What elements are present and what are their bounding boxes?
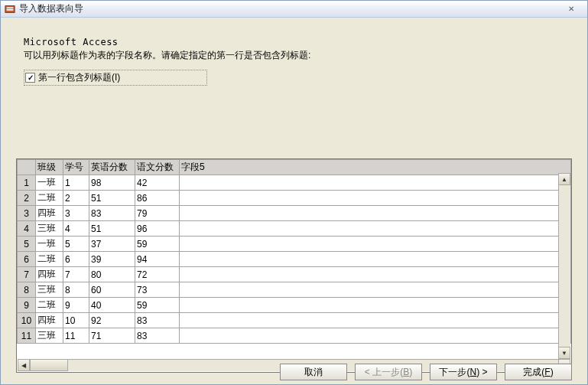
table-row[interactable]: 10四班109283 [18,313,571,328]
cell-sid: 1 [63,175,89,191]
window-title: 导入数据表向导 [19,2,83,15]
row-number: 5 [18,237,36,252]
row-number: 9 [18,298,36,313]
cell-sid: 3 [63,206,89,221]
cell-class: 三班 [36,282,63,298]
cell-eng: 40 [89,298,135,313]
cancel-label: 取消 [304,366,323,379]
table-row[interactable]: 7四班78072 [18,267,571,282]
table-row[interactable]: 11三班117183 [18,328,571,344]
finish-prefix: 完成( [523,366,544,379]
cell-f5 [180,313,571,328]
instruction-text: 可以用列标题作为表的字段名称。请确定指定的第一行是否包含列标题: [24,49,564,62]
cell-eng: 92 [89,313,135,328]
cell-chi: 73 [135,282,180,298]
table-row[interactable]: 9二班94059 [18,298,571,313]
cell-sid: 10 [63,313,89,328]
cell-f5 [180,267,571,282]
cell-f5 [180,298,571,313]
cell-eng: 51 [89,191,135,206]
next-prefix: 下一步( [439,366,469,379]
cell-f5 [180,221,571,237]
row-number: 10 [18,313,36,328]
scroll-thumb[interactable] [30,359,68,371]
finish-key: F [544,367,550,377]
button-bar: 取消 < 上一步(B) 下一步(N) > 完成(F) [280,364,572,380]
row-number: 8 [18,282,36,298]
cell-class: 二班 [36,191,63,206]
cell-sid: 8 [63,282,89,298]
cell-f5 [180,175,571,191]
cell-chi: 83 [135,313,180,328]
table-row[interactable]: 8三班86073 [18,282,571,298]
col-header-chi[interactable]: 语文分数 [135,160,180,175]
vertical-scrollbar[interactable]: ▲ ▼ [558,173,570,359]
cell-class: 二班 [36,252,63,267]
checkbox-label: 第一行包含列标题(I) [38,71,120,84]
scroll-up-icon[interactable]: ▲ [558,173,570,185]
row-number: 11 [18,328,36,344]
row-number: 6 [18,252,36,267]
app-icon [4,3,16,15]
table-row[interactable]: 1一班19842 [18,175,571,191]
cell-class: 一班 [36,237,63,252]
back-key: B [403,367,409,377]
table-row[interactable]: 6二班63994 [18,252,571,267]
next-button[interactable]: 下一步(N) > [430,364,497,380]
cell-chi: 83 [135,328,180,344]
cell-sid: 2 [63,191,89,206]
cell-f5 [180,206,571,221]
row-number: 4 [18,221,36,237]
col-header-eng[interactable]: 英语分数 [89,160,135,175]
row-number: 3 [18,206,36,221]
scroll-down-icon[interactable]: ▼ [558,347,570,359]
next-suffix: ) > [476,367,487,377]
table-row[interactable]: 2二班25186 [18,191,571,206]
cell-f5 [180,328,571,344]
cell-sid: 5 [63,237,89,252]
preview-grid: 班级 学号 英语分数 语文分数 字段5 1一班198422二班251863四班3… [16,158,572,373]
cell-class: 四班 [36,267,63,282]
cell-eng: 39 [89,252,135,267]
svg-rect-2 [7,9,14,11]
cell-class: 二班 [36,298,63,313]
table-row[interactable]: 3四班38379 [18,206,571,221]
cell-eng: 80 [89,267,135,282]
checkbox-icon: ✓ [25,73,35,83]
close-icon: ✕ [568,5,574,13]
cell-f5 [180,191,571,206]
col-header-f5[interactable]: 字段5 [180,160,571,175]
cell-eng: 83 [89,206,135,221]
cancel-button[interactable]: 取消 [280,364,347,380]
cell-eng: 71 [89,328,135,344]
cell-chi: 59 [135,298,180,313]
cell-chi: 79 [135,206,180,221]
row-number: 2 [18,191,36,206]
titlebar: 导入数据表向导 ✕ [1,1,587,18]
cell-class: 一班 [36,175,63,191]
cell-chi: 59 [135,237,180,252]
content-pane: Microsoft Access 可以用列标题作为表的字段名称。请确定指定的第一… [1,18,587,384]
first-row-headers-checkbox[interactable]: ✓ 第一行包含列标题(I) [24,70,207,86]
cell-chi: 94 [135,252,180,267]
finish-button[interactable]: 完成(F) [505,364,572,380]
wizard-window: 导入数据表向导 ✕ Microsoft Access 可以用列标题作为表的字段名… [0,0,588,385]
scroll-left-icon[interactable]: ◀ [18,359,30,371]
cell-sid: 9 [63,298,89,313]
col-header-class[interactable]: 班级 [36,160,63,175]
cell-sid: 7 [63,267,89,282]
close-button[interactable]: ✕ [560,2,583,15]
data-table: 班级 学号 英语分数 语文分数 字段5 1一班198422二班251863四班3… [17,159,571,344]
cell-class: 四班 [36,206,63,221]
cell-sid: 6 [63,252,89,267]
cell-f5 [180,252,571,267]
cell-class: 三班 [36,221,63,237]
cell-chi: 72 [135,267,180,282]
row-number: 1 [18,175,36,191]
table-row[interactable]: 4三班45196 [18,221,571,237]
back-button[interactable]: < 上一步(B) [355,364,422,380]
next-key: N [469,367,476,377]
col-header-sid[interactable]: 学号 [63,160,89,175]
table-row[interactable]: 5一班53759 [18,237,571,252]
cell-class: 三班 [36,328,63,344]
